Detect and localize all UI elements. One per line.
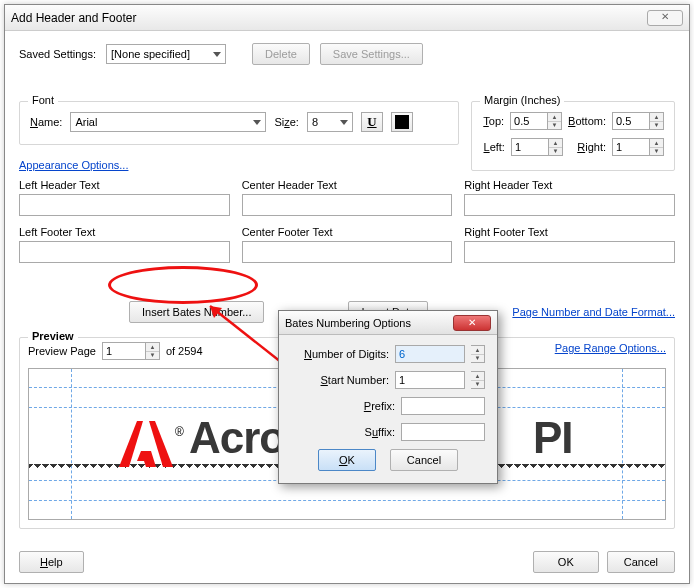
chevron-down-icon <box>213 52 221 57</box>
spinner-buttons[interactable]: ▲▼ <box>471 345 485 363</box>
left-header-label: Left Header Text <box>19 179 230 191</box>
preview-page-spinner[interactable]: ▲▼ <box>102 342 160 360</box>
page-number-format-link[interactable]: Page Number and Date Format... <box>512 306 675 318</box>
color-swatch-icon <box>395 115 409 129</box>
modal-body: Number of Digits: ▲▼ Start Number: ▲▼ Pr… <box>279 335 497 483</box>
start-label: Start Number: <box>291 374 389 386</box>
cancel-button[interactable]: Cancel <box>607 551 675 573</box>
spinner-buttons[interactable]: ▲▼ <box>548 112 562 130</box>
preview-legend: Preview <box>28 330 78 342</box>
center-header-input[interactable] <box>242 194 453 216</box>
margin-top-input[interactable] <box>510 112 548 130</box>
digits-label: Number of Digits: <box>291 348 389 360</box>
right-header-label: Right Header Text <box>464 179 675 191</box>
margin-left-spinner[interactable]: ▲▼ <box>511 138 563 156</box>
margin-top-spinner[interactable]: ▲▼ <box>510 112 562 130</box>
font-size-value: 8 <box>312 116 318 128</box>
bates-options-dialog: Bates Numbering Options ✕ Number of Digi… <box>278 310 498 484</box>
prefix-label: Prefix: <box>291 400 395 412</box>
margin-bottom-label: Bottom: <box>568 115 606 127</box>
margin-bottom-spinner[interactable]: ▲▼ <box>612 112 664 130</box>
left-header-input[interactable] <box>19 194 230 216</box>
modal-titlebar[interactable]: Bates Numbering Options ✕ <box>279 311 497 335</box>
font-name-label: Name: <box>30 116 62 128</box>
delete-button[interactable]: Delete <box>252 43 310 65</box>
font-group: Font Name: Arial Size: 8 U <box>19 101 459 145</box>
margin-legend: Margin (Inches) <box>480 94 564 106</box>
spinner-buttons[interactable]: ▲▼ <box>549 138 563 156</box>
modal-ok-button[interactable]: OK <box>318 449 376 471</box>
font-name-value: Arial <box>75 116 97 128</box>
chevron-down-icon <box>340 120 348 125</box>
modal-close-button[interactable]: ✕ <box>453 315 491 331</box>
close-button[interactable]: ✕ <box>647 10 683 26</box>
spinner-buttons[interactable]: ▲▼ <box>146 342 160 360</box>
spinner-buttons[interactable]: ▲▼ <box>471 371 485 389</box>
margin-group: Margin (Inches) Top: ▲▼ Bottom: ▲▼ Left:… <box>471 101 675 171</box>
underline-button[interactable]: U <box>361 112 383 132</box>
right-footer-label: Right Footer Text <box>464 226 675 238</box>
margin-top-label: Top: <box>482 115 504 127</box>
digits-input[interactable] <box>395 345 465 363</box>
left-footer-label: Left Footer Text <box>19 226 230 238</box>
left-footer-input[interactable] <box>19 241 230 263</box>
ok-button[interactable]: OK <box>533 551 599 573</box>
chevron-down-icon <box>253 120 261 125</box>
dialog-buttons: Help OK Cancel <box>19 551 675 573</box>
window-title: Add Header and Footer <box>11 11 136 25</box>
preview-text-1: Acro <box>189 413 285 463</box>
margin-bottom-input[interactable] <box>612 112 650 130</box>
page-range-options-link[interactable]: Page Range Options... <box>555 342 666 354</box>
margin-right-spinner[interactable]: ▲▼ <box>612 138 664 156</box>
right-header-input[interactable] <box>464 194 675 216</box>
margin-left-label: Left: <box>482 141 505 153</box>
help-button[interactable]: Help <box>19 551 84 573</box>
save-settings-button[interactable]: Save Settings... <box>320 43 423 65</box>
margin-left-input[interactable] <box>511 138 549 156</box>
adobe-logo-icon <box>119 421 173 467</box>
header-footer-fields: Left Header Text Center Header Text Righ… <box>19 179 675 263</box>
registered-icon: ® <box>175 425 184 439</box>
suffix-label: Suffix: <box>291 426 395 438</box>
prefix-input[interactable] <box>401 397 485 415</box>
dialog-body: Saved Settings: [None specified] Delete … <box>5 31 689 583</box>
font-size-label: Size: <box>274 116 298 128</box>
saved-settings-row: Saved Settings: [None specified] Delete … <box>19 43 675 65</box>
underline-icon: U <box>367 114 376 130</box>
insert-bates-button[interactable]: Insert Bates Number... <box>129 301 264 323</box>
saved-settings-value: [None specified] <box>111 48 190 60</box>
preview-page-input[interactable] <box>102 342 146 360</box>
center-header-label: Center Header Text <box>242 179 453 191</box>
titlebar[interactable]: Add Header and Footer ✕ <box>5 5 689 31</box>
preview-page-label: Preview Page <box>28 345 96 357</box>
margin-right-label: Right: <box>569 141 606 153</box>
appearance-options-link[interactable]: Appearance Options... <box>19 159 128 171</box>
center-footer-input[interactable] <box>242 241 453 263</box>
preview-text-2: PI <box>533 413 573 463</box>
header-footer-dialog: Add Header and Footer ✕ Saved Settings: … <box>4 4 690 584</box>
margin-right-input[interactable] <box>612 138 650 156</box>
suffix-input[interactable] <box>401 423 485 441</box>
spinner-buttons[interactable]: ▲▼ <box>650 138 664 156</box>
preview-page-row: Preview Page ▲▼ of 2594 <box>28 342 203 360</box>
modal-title: Bates Numbering Options <box>285 317 411 329</box>
font-size-dropdown[interactable]: 8 <box>307 112 353 132</box>
font-name-dropdown[interactable]: Arial <box>70 112 266 132</box>
spinner-buttons[interactable]: ▲▼ <box>650 112 664 130</box>
center-footer-label: Center Footer Text <box>242 226 453 238</box>
right-footer-input[interactable] <box>464 241 675 263</box>
start-input[interactable] <box>395 371 465 389</box>
modal-cancel-button[interactable]: Cancel <box>390 449 458 471</box>
preview-of-label: of 2594 <box>166 345 203 357</box>
font-legend: Font <box>28 94 58 106</box>
color-button[interactable] <box>391 112 413 132</box>
saved-settings-label: Saved Settings: <box>19 48 96 60</box>
saved-settings-dropdown[interactable]: [None specified] <box>106 44 226 64</box>
